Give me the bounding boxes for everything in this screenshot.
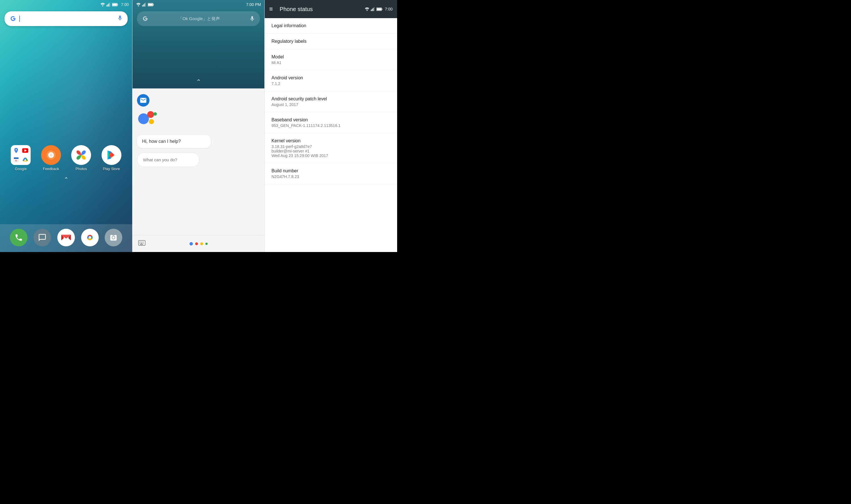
show-apps-chevron[interactable]: ⌃ <box>0 176 132 183</box>
svg-rect-19 <box>142 5 143 6</box>
assistant-mic-icon[interactable] <box>249 16 255 22</box>
svg-rect-39 <box>374 7 374 11</box>
svg-rect-21 <box>144 3 145 6</box>
assistant-message-row <box>137 94 260 107</box>
dot-4 <box>205 242 208 245</box>
feedback-icon <box>41 145 61 165</box>
svg-rect-1 <box>106 5 107 6</box>
search-mic-icon[interactable] <box>117 15 123 23</box>
settings-item-legal-title: Legal information <box>272 23 390 28</box>
svg-text:31: 31 <box>15 159 17 162</box>
svg-rect-32 <box>141 243 143 244</box>
photos-icon <box>71 145 91 165</box>
svg-point-35 <box>366 10 368 11</box>
assistant-bottom-bar <box>133 235 264 252</box>
settings-item-android-version[interactable]: Android version 7.1.2 <box>265 70 397 91</box>
svg-rect-27 <box>139 241 140 242</box>
assistant-logo-dots <box>138 111 161 128</box>
menu-icon[interactable]: ≡ <box>269 5 273 13</box>
svg-rect-29 <box>142 241 142 242</box>
google-logo <box>9 15 17 23</box>
svg-rect-4 <box>109 3 110 6</box>
battery-icon <box>112 3 118 6</box>
app-icon-google[interactable]: 31 Google <box>11 145 31 171</box>
assistant-screen: 7:00 PM 「Ok Google」と発声 ⌃ <box>132 0 264 252</box>
settings-item-baseband[interactable]: Baseband version 953_GEN_PACK-1.111174.2… <box>265 112 397 133</box>
dot-3 <box>200 242 203 245</box>
assistant-question[interactable]: What can you do? <box>137 152 199 167</box>
assistant-greeting: Hi, how can I help? <box>137 135 211 148</box>
settings-title: Phone status <box>280 6 313 13</box>
assistant-chevron-up[interactable]: ⌃ <box>196 78 201 86</box>
keyboard-icon[interactable] <box>138 240 145 248</box>
svg-rect-24 <box>153 4 154 5</box>
svg-rect-6 <box>118 4 118 5</box>
settings-item-build-title: Build number <box>272 168 390 174</box>
app-icon-playstore[interactable]: Play Store <box>102 145 121 171</box>
dot-1 <box>190 242 193 246</box>
dock-phone[interactable] <box>10 229 28 246</box>
svg-rect-42 <box>377 8 381 10</box>
svg-rect-7 <box>112 3 117 6</box>
svg-rect-15 <box>61 235 71 235</box>
svg-rect-31 <box>139 243 140 244</box>
settings-list: Legal information Regulatory labels Mode… <box>265 18 397 252</box>
settings-screen: ≡ Phone status 7:00 Legal <box>264 0 397 252</box>
svg-rect-11 <box>14 158 19 159</box>
dock-chrome[interactable] <box>81 229 99 246</box>
settings-signal-icon <box>371 7 375 11</box>
assistant-battery-icon <box>148 3 154 6</box>
dot-2 <box>195 242 198 245</box>
dock-camera[interactable] <box>105 229 122 246</box>
app-icon-feedback[interactable]: Feedback <box>41 145 61 171</box>
settings-item-kernel-value: 3.18.31-perf-g2a8d7e7 builder@mi-server … <box>272 144 390 158</box>
settings-item-kernel[interactable]: Kernel version 3.18.31-perf-g2a8d7e7 bui… <box>265 133 397 163</box>
home-status-bar: 7:00 <box>0 0 132 9</box>
wifi-icon <box>100 3 105 6</box>
settings-wifi-icon <box>365 7 370 11</box>
settings-item-model[interactable]: Model Mi A1 <box>265 49 397 70</box>
svg-rect-38 <box>373 8 373 11</box>
settings-item-security-patch-value: August 1, 2017 <box>272 102 390 107</box>
search-cursor <box>19 16 20 22</box>
settings-item-android-version-title: Android version <box>272 75 390 80</box>
signal-icon <box>106 3 111 6</box>
svg-rect-2 <box>107 4 108 6</box>
svg-rect-33 <box>143 243 143 244</box>
dock-messages[interactable] <box>33 229 51 246</box>
home-time: 7:00 <box>121 2 129 7</box>
settings-item-security-patch[interactable]: Android security patch level August 1, 2… <box>265 91 397 112</box>
settings-item-build[interactable]: Build number N2G47H.7.8.23 <box>265 163 397 184</box>
svg-point-14 <box>50 154 52 156</box>
settings-item-baseband-value: 953_GEN_PACK-1.111174.2.113516.1 <box>272 123 390 128</box>
svg-rect-20 <box>143 4 144 6</box>
home-search-bar[interactable] <box>4 11 128 26</box>
app-icon-photos[interactable]: Photos <box>71 145 91 171</box>
settings-item-model-title: Model <box>272 54 390 59</box>
assistant-indicator-dots <box>190 242 208 246</box>
settings-item-android-version-value: 7.1.2 <box>272 82 390 86</box>
svg-rect-25 <box>148 3 153 6</box>
home-status-icons: 7:00 <box>100 2 129 7</box>
settings-header: ≡ Phone status 7:00 <box>265 0 397 18</box>
svg-rect-22 <box>145 3 146 6</box>
svg-rect-28 <box>141 241 141 242</box>
dock-gmail[interactable] <box>57 229 75 246</box>
assistant-wifi-icon <box>136 3 141 6</box>
assistant-status-bar: 7:00 PM <box>133 0 264 9</box>
home-wallpaper <box>0 0 132 252</box>
settings-item-security-patch-title: Android security patch level <box>272 96 390 102</box>
settings-item-regulatory-title: Regulatory labels <box>272 39 390 44</box>
settings-item-regulatory[interactable]: Regulatory labels <box>265 34 397 49</box>
assistant-search-bar[interactable]: 「Ok Google」と発声 <box>137 11 260 26</box>
app-grid: 31 Google <box>0 145 132 171</box>
settings-item-legal[interactable]: Legal information <box>265 18 397 34</box>
svg-rect-41 <box>382 8 382 10</box>
assistant-avatar <box>137 94 150 107</box>
home-dock <box>0 224 132 252</box>
photos-label: Photos <box>75 167 87 171</box>
settings-status-bar: 7:00 <box>365 7 393 11</box>
settings-time: 7:00 <box>385 7 393 11</box>
svg-rect-34 <box>140 244 143 245</box>
assistant-dot-red <box>147 111 154 118</box>
